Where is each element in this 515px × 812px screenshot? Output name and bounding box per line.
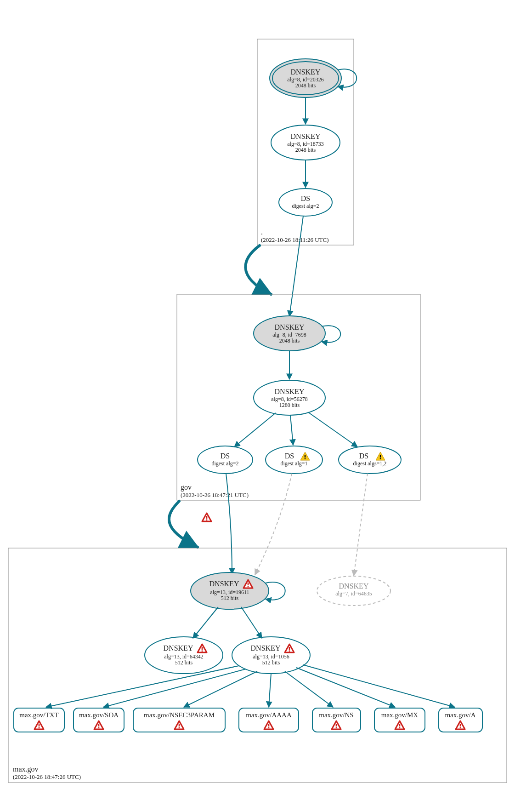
svg-text:digest alg=2: digest alg=2 — [211, 460, 238, 467]
zone-gov-label: gov — [181, 483, 192, 492]
edge-rootds-govksk — [289, 216, 303, 316]
svg-text:alg=8, id=20326: alg=8, id=20326 — [287, 76, 324, 83]
svg-point-33 — [339, 446, 401, 474]
svg-text:max.gov/NSEC3PARAM: max.gov/NSEC3PARAM — [144, 711, 215, 719]
svg-text:DS: DS — [301, 194, 310, 202]
svg-text:max.gov/SOA: max.gov/SOA — [79, 711, 119, 719]
edge-root-to-gov-thick — [245, 246, 271, 294]
edge-ds3-maxold — [354, 474, 368, 576]
svg-point-30 — [266, 446, 323, 474]
svg-text:max.gov/A: max.gov/A — [445, 711, 475, 719]
svg-text:DNSKEY: DNSKEY — [164, 644, 193, 652]
edge-zsk2-ns — [285, 671, 333, 707]
svg-text:digest alg=1: digest alg=1 — [280, 460, 307, 467]
edge-maxksk-zsk2 — [241, 607, 262, 638]
edge-govzsk-ds2 — [290, 415, 293, 445]
svg-text:DNSKEY: DNSKEY — [275, 323, 305, 331]
svg-text:1280 bits: 1280 bits — [279, 402, 300, 408]
edge-zsk2-mx — [296, 668, 395, 707]
svg-text:digest algs=1,2: digest algs=1,2 — [353, 460, 387, 467]
node-root-ksk[interactable]: DNSKEY alg=8, id=20326 2048 bits — [270, 59, 357, 97]
svg-point-14 — [279, 189, 332, 216]
svg-text:max.gov/NS: max.gov/NS — [319, 711, 353, 719]
svg-text:DS: DS — [359, 452, 368, 460]
svg-text:2048 bits: 2048 bits — [279, 337, 300, 344]
svg-text:(2022-10-26 18:47:26 UTC): (2022-10-26 18:47:26 UTC) — [13, 773, 81, 780]
record-a[interactable]: max.gov/A — [439, 708, 482, 732]
svg-text:max.gov/AAAA: max.gov/AAAA — [246, 711, 292, 719]
svg-text:DS: DS — [221, 452, 230, 460]
svg-text:2048 bits: 2048 bits — [295, 147, 316, 153]
svg-text:DNSKEY: DNSKEY — [251, 644, 281, 652]
svg-text:alg=8, id=18733: alg=8, id=18733 — [287, 141, 324, 147]
edge-zsk2-aaaa — [269, 674, 271, 707]
svg-text:2048 bits: 2048 bits — [295, 82, 316, 89]
node-gov-ds3[interactable]: DS digest algs=1,2 — [339, 446, 401, 474]
svg-text:DS: DS — [285, 452, 294, 460]
svg-text:(2022-10-26 18:47:21 UTC): (2022-10-26 18:47:21 UTC) — [181, 492, 249, 498]
node-gov-ds2[interactable]: DS digest alg=1 — [266, 446, 323, 474]
zone-root-ts: (2022-10-26 18:11:26 UTC) — [261, 236, 329, 243]
svg-text:alg=13, id=64342: alg=13, id=64342 — [164, 653, 204, 660]
edge-zsk2-nsec — [184, 671, 257, 707]
edge-govzsk-ds3 — [308, 412, 357, 447]
edge-maxksk-zsk1 — [193, 607, 218, 638]
svg-text:DNSKEY: DNSKEY — [291, 68, 321, 76]
svg-text:512 bits: 512 bits — [221, 595, 239, 601]
svg-text:DNSKEY: DNSKEY — [275, 388, 305, 395]
node-max-zsk1[interactable]: DNSKEY alg=13, id=64342 512 bits — [145, 637, 223, 674]
record-mx[interactable]: max.gov/MX — [374, 708, 425, 732]
svg-text:alg=8, id=56278: alg=8, id=56278 — [271, 396, 308, 402]
edge-gov-to-max-thick — [169, 501, 198, 547]
record-txt[interactable]: max.gov/TXT — [14, 708, 64, 732]
edge-zsk2-txt — [46, 666, 239, 707]
node-gov-zsk[interactable]: DNSKEY alg=8, id=56278 1280 bits — [254, 380, 325, 415]
node-root-ds[interactable]: DS digest alg=2 — [279, 189, 332, 216]
svg-text:512 bits: 512 bits — [262, 659, 280, 666]
svg-text:512 bits: 512 bits — [175, 659, 193, 666]
node-gov-ds1[interactable]: DS digest alg=2 — [198, 446, 253, 474]
edge-zsk2-soa — [103, 669, 246, 707]
svg-text:alg=8, id=7698: alg=8, id=7698 — [272, 332, 306, 338]
edge-ds2-maxksk — [255, 474, 292, 575]
svg-point-27 — [198, 446, 253, 474]
node-max-ksk[interactable]: DNSKEY alg=13, id=19611 512 bits — [191, 572, 285, 609]
zone-root-label: . — [261, 228, 263, 236]
svg-text:alg=13, id=19611: alg=13, id=19611 — [210, 589, 249, 595]
record-soa[interactable]: max.gov/SOA — [74, 708, 124, 732]
zone-maxgov-label: max.gov — [13, 765, 39, 773]
svg-text:alg=7, id=64635: alg=7, id=64635 — [335, 590, 372, 597]
node-root-zsk[interactable]: DNSKEY alg=8, id=18733 2048 bits — [271, 125, 340, 160]
svg-text:DNSKEY: DNSKEY — [209, 580, 239, 588]
error-icon — [202, 513, 211, 521]
record-aaaa[interactable]: max.gov/AAAA — [239, 708, 299, 732]
node-max-old[interactable]: DNSKEY alg=7, id=64635 — [317, 576, 390, 606]
svg-text:max.gov/MX: max.gov/MX — [381, 711, 419, 719]
edge-ds1-maxksk — [226, 474, 232, 574]
svg-text:DNSKEY: DNSKEY — [291, 132, 321, 140]
svg-text:alg=13, id=1056: alg=13, id=1056 — [253, 653, 289, 660]
record-nsec[interactable]: max.gov/NSEC3PARAM — [133, 708, 225, 732]
edge-govzsk-ds1 — [234, 413, 276, 447]
svg-text:digest alg=2: digest alg=2 — [292, 203, 319, 209]
svg-text:DNSKEY: DNSKEY — [339, 582, 369, 590]
record-ns[interactable]: max.gov/NS — [312, 708, 361, 732]
node-gov-ksk[interactable]: DNSKEY alg=8, id=7698 2048 bits — [254, 316, 340, 351]
svg-text:max.gov/TXT: max.gov/TXT — [19, 711, 58, 719]
